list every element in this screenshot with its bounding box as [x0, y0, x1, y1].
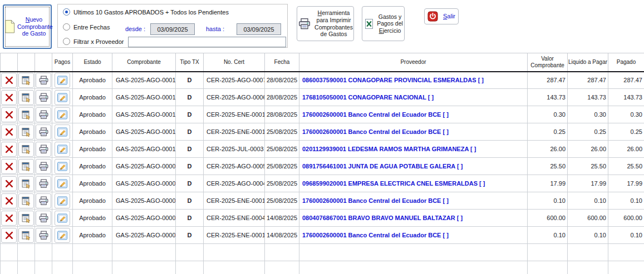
- properties-row-button[interactable]: [18, 211, 34, 226]
- properties-row-button[interactable]: [18, 159, 34, 174]
- properties-row-button[interactable]: [18, 124, 34, 140]
- delete-row-button[interactable]: [1, 159, 17, 174]
- print-row-button[interactable]: [36, 73, 51, 88]
- cell-proveedor[interactable]: 1760002600001 Banco Central del Ecuador …: [299, 192, 528, 210]
- delete-icon: [4, 145, 14, 154]
- cell-print: [35, 192, 52, 210]
- properties-icon: [21, 231, 31, 240]
- pagos-edit-button[interactable]: [55, 211, 70, 226]
- cell-proveedor[interactable]: 0201129939001 LEDESMA RAMOS MARTHA GRIMA…: [299, 141, 528, 158]
- cell-no-cert: CER-2025-AGO-0006: [204, 89, 265, 106]
- provider-filter-input[interactable]: [128, 37, 286, 47]
- delete-row-button[interactable]: [1, 107, 17, 122]
- edit-pencil-icon: [57, 230, 68, 241]
- delete-row-button[interactable]: [1, 73, 17, 88]
- radio-dates[interactable]: [63, 23, 70, 31]
- delete-icon: [4, 93, 14, 102]
- delete-row-button[interactable]: [1, 142, 17, 157]
- print-row-button[interactable]: [36, 124, 51, 140]
- cell-fecha: 25/08/2025: [265, 141, 299, 158]
- printer-icon: [38, 76, 49, 85]
- print-row-button[interactable]: [36, 90, 51, 105]
- pagos-edit-button[interactable]: [55, 142, 70, 157]
- desde-date-field[interactable]: [150, 23, 195, 35]
- pagos-edit-button[interactable]: [55, 193, 70, 208]
- cell-proveedor[interactable]: 1760002600001 Banco Central del Ecuador …: [299, 227, 528, 244]
- cell-proveedor[interactable]: 1760002600001 Banco Central del Ecuador …: [299, 123, 528, 141]
- print-vouchers-tool-button[interactable]: Herramienta para Imprimir Comprobantes d…: [297, 6, 354, 41]
- cell-pagado: 287.47: [608, 72, 644, 89]
- cell-print: [35, 158, 52, 175]
- filter-option-last10[interactable]: Ultimos 10 Gastos APROBADOS + Todos los …: [63, 8, 229, 16]
- table-row: Aprobado GAS-2025-AGO-00012 D CER-2025-E…: [1, 106, 644, 123]
- cell-fecha: 14/08/2025: [265, 210, 299, 227]
- hasta-date-field[interactable]: [237, 23, 281, 35]
- cell-properties: [18, 175, 35, 192]
- pagos-edit-button[interactable]: [55, 228, 70, 243]
- cell-estado: Aprobado: [73, 227, 112, 244]
- pagos-edit-button[interactable]: [55, 176, 70, 191]
- delete-row-button[interactable]: [1, 228, 17, 243]
- delete-row-button[interactable]: [1, 211, 17, 226]
- cell-estado: Aprobado: [73, 89, 112, 106]
- radio-provider[interactable]: [63, 38, 70, 45]
- print-row-button[interactable]: [36, 159, 51, 174]
- properties-icon: [21, 145, 31, 154]
- cell-tipo-tx: D: [176, 141, 204, 158]
- cell-proveedor[interactable]: 0891756461001 JUNTA DE AGUA POTABLE GALE…: [299, 158, 528, 175]
- delete-row-button[interactable]: [1, 90, 17, 105]
- cell-delete: [1, 175, 18, 192]
- cell-pagado: 0.25: [608, 123, 644, 141]
- cell-no-cert: CER-2025-AGO-0004: [204, 175, 265, 192]
- expense-table-body: Aprobado GAS-2025-AGO-00014 D CER-2025-A…: [1, 72, 644, 274]
- cell-delete: [1, 192, 18, 210]
- exit-button[interactable]: Salir: [424, 8, 459, 24]
- pagos-edit-button[interactable]: [55, 107, 70, 122]
- edit-pencil-icon: [57, 213, 68, 223]
- print-row-button[interactable]: [36, 211, 51, 226]
- cell-valor: 26.00: [528, 141, 568, 158]
- table-row: Aprobado GAS-2025-AGO-00014 D CER-2025-A…: [1, 72, 644, 89]
- print-row-button[interactable]: [36, 107, 51, 122]
- cell-comprobante: GAS-2025-AGO-00007: [112, 192, 176, 210]
- cell-print: [35, 89, 52, 106]
- pagos-edit-button[interactable]: [55, 90, 70, 105]
- cell-properties: [18, 158, 35, 175]
- pagos-edit-button[interactable]: [55, 73, 70, 88]
- properties-row-button[interactable]: [18, 176, 34, 191]
- delete-icon: [4, 76, 14, 85]
- print-row-button[interactable]: [36, 193, 51, 208]
- properties-row-button[interactable]: [18, 193, 34, 208]
- pagos-edit-button[interactable]: [55, 124, 70, 140]
- print-row-button[interactable]: [36, 176, 51, 191]
- filter-option-dates[interactable]: Entre Fechas: [63, 23, 110, 31]
- cell-proveedor[interactable]: 0860037590001 CONAGOPARE PROVINCIAL ESME…: [299, 72, 528, 89]
- cell-proveedor[interactable]: 1768105050001 CONAGOPARE NACIONAL [ ]: [299, 89, 528, 106]
- properties-row-button[interactable]: [18, 228, 34, 243]
- cell-proveedor[interactable]: 0968599020001 EMPRESA ELECTRICA CNEL ESM…: [299, 175, 528, 192]
- print-row-button[interactable]: [36, 142, 51, 157]
- properties-row-button[interactable]: [18, 90, 34, 105]
- excel-export-button[interactable]: Gastos y Pagos del Ejercicio: [362, 6, 405, 41]
- cell-proveedor[interactable]: 0804076867001 BRAVO BRAVO MANUEL BALTAZA…: [299, 210, 528, 227]
- delete-row-button[interactable]: [1, 193, 17, 208]
- properties-row-button[interactable]: [18, 73, 34, 88]
- delete-icon: [4, 179, 14, 188]
- delete-row-button[interactable]: [1, 124, 17, 140]
- delete-row-button[interactable]: [1, 176, 17, 191]
- cell-estado: Aprobado: [73, 192, 112, 210]
- radio-last10[interactable]: [63, 8, 70, 16]
- edit-pencil-icon: [57, 144, 68, 155]
- cell-tipo-tx: D: [176, 192, 204, 210]
- cell-proveedor[interactable]: 1760002600001 Banco Central del Ecuador …: [299, 106, 528, 123]
- properties-row-button[interactable]: [18, 107, 34, 122]
- new-voucher-button[interactable]: Nuevo Comprobante de Gasto: [3, 4, 52, 49]
- properties-icon: [21, 76, 31, 85]
- properties-row-button[interactable]: [18, 142, 34, 157]
- table-row: Aprobado GAS-2025-AGO-00013 D CER-2025-A…: [1, 89, 644, 106]
- filter-option-provider[interactable]: Filtrar x Proveedor: [63, 38, 124, 45]
- cell-liquido: 26.00: [568, 141, 608, 158]
- table-header: Pagos Estado Comprobante Tipo TX No. Cer…: [1, 53, 644, 72]
- print-row-button[interactable]: [36, 228, 51, 243]
- pagos-edit-button[interactable]: [55, 159, 70, 174]
